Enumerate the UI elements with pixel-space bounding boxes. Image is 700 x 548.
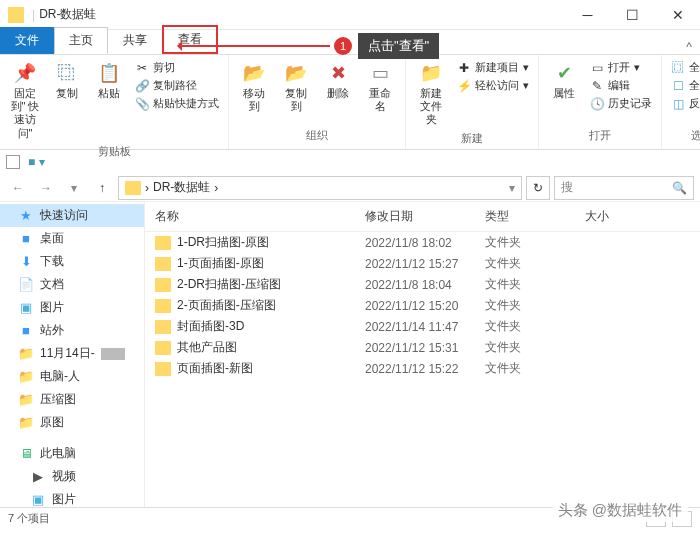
invert-button[interactable]: ◫反向选择 [668,95,700,112]
newfolder-button[interactable]: 📁新建 文件夹 [412,59,450,129]
tab-file[interactable]: 文件 [0,27,54,54]
col-type[interactable]: 类型 [485,208,585,225]
cut-button[interactable]: ✂剪切 [132,59,222,76]
sidebar-icon: ⬇ [18,254,34,270]
sidebar-item-pc[interactable]: 🖥此电脑 [0,442,144,465]
sidebar-label: 11月14日- [40,345,95,362]
file-date: 2022/11/12 15:31 [365,341,485,355]
invert-icon: ◫ [671,97,685,111]
tab-home[interactable]: 主页 [54,27,108,54]
col-date[interactable]: 修改日期 [365,208,485,225]
sidebar-item[interactable]: ▶视频 [0,465,144,488]
selectall-button[interactable]: ⿴全部选择 [668,59,700,76]
folder-icon [155,278,171,292]
sidebar-icon: ▣ [30,492,46,508]
sidebar-item[interactable]: 📁11月14日- [0,342,144,365]
minimize-button[interactable]: ─ [565,0,610,30]
table-row[interactable]: 页面插图-新图2022/11/12 15:22文件夹 [145,358,700,379]
file-date: 2022/11/14 11:47 [365,320,485,334]
cut-icon: ✂ [135,61,149,75]
recent-button[interactable]: ▾ [62,176,86,200]
moveto-button[interactable]: 📂移动到 [235,59,273,115]
sidebar-icon: 📁 [18,392,34,408]
sidebar-icon: 📁 [18,369,34,385]
sidebar-icon: 📁 [18,415,34,431]
forward-button[interactable]: → [34,176,58,200]
sidebar-item[interactable]: ★快速访问 [0,204,144,227]
breadcrumb[interactable]: › DR-数据蛙 › ▾ [118,176,522,200]
selectnone-button[interactable]: ☐全部取消 [668,77,700,94]
sidebar-item[interactable]: 📁压缩图 [0,388,144,411]
back-button[interactable]: ← [6,176,30,200]
tab-share[interactable]: 共享 [108,27,162,54]
table-row[interactable]: 2-页面插图-压缩图2022/11/12 15:20文件夹 [145,295,700,316]
table-row[interactable]: 1-DR扫描图-原图2022/11/8 18:02文件夹 [145,232,700,253]
callout-text: 点击"查看" [358,33,439,59]
file-type: 文件夹 [485,318,585,335]
paste-button[interactable]: 📋粘贴 [90,59,128,102]
history-button[interactable]: 🕓历史记录 [587,95,655,112]
file-type: 文件夹 [485,360,585,377]
sidebar-item[interactable]: ■桌面 [0,227,144,250]
sidebar-item[interactable]: ■站外 [0,319,144,342]
sidebar-item[interactable]: 📁电脑-人 [0,365,144,388]
file-type: 文件夹 [485,255,585,272]
pin-button[interactable]: 📌固定到" 快速访问" [6,59,44,142]
paste-icon: 📋 [97,61,121,85]
search-input[interactable]: 搜 🔍 [554,176,694,200]
maximize-button[interactable]: ☐ [610,0,655,30]
window-title: DR-数据蛙 [35,6,565,23]
dropdown-icon[interactable]: ▾ [509,181,515,195]
group-label: 打开 [589,126,611,145]
edit-icon: ✎ [590,79,604,93]
refresh-button[interactable]: ↻ [526,176,550,200]
close-button[interactable]: ✕ [655,0,700,30]
sidebar-label: 桌面 [40,230,64,247]
dropdown-icon[interactable]: ■ ▾ [28,155,45,169]
group-label: 剪贴板 [98,142,131,161]
sidebar-icon: ■ [18,231,34,247]
sidebar: ★快速访问■桌面⬇下载📄文档▣图片■站外📁11月14日-📁电脑-人📁压缩图📁原图… [0,202,145,507]
copypath-button[interactable]: 🔗复制路径 [132,77,222,94]
newfolder-icon: 📁 [419,61,443,85]
open-button[interactable]: ▭打开 ▾ [587,59,655,76]
col-name[interactable]: 名称 [155,208,365,225]
file-name: 2-页面插图-压缩图 [177,297,276,314]
table-row[interactable]: 封面插图-3D2022/11/14 11:47文件夹 [145,316,700,337]
col-size[interactable]: 大小 [585,208,690,225]
shortcut-button[interactable]: 📎粘贴快捷方式 [132,95,222,112]
folder-icon [155,299,171,313]
select-checkbox[interactable] [6,155,20,169]
table-row[interactable]: 其他产品图2022/11/12 15:31文件夹 [145,337,700,358]
sidebar-item[interactable]: 📄文档 [0,273,144,296]
rename-button[interactable]: ▭重命名 [361,59,399,115]
breadcrumb-seg[interactable]: DR-数据蛙 [153,179,210,196]
sidebar-label: 图片 [40,299,64,316]
sidebar-item[interactable]: ▣图片 [0,296,144,319]
props-button[interactable]: ✔属性 [545,59,583,102]
ribbon-collapse-icon[interactable]: ^ [686,40,692,54]
annotation: 1 点击"查看" [180,33,439,59]
table-row[interactable]: 1-页面插图-原图2022/11/12 15:27文件夹 [145,253,700,274]
up-button[interactable]: ↑ [90,176,114,200]
easy-icon: ⚡ [457,79,471,93]
newitem-icon: ✚ [457,61,471,75]
delete-button[interactable]: ✖删除 [319,59,357,102]
table-row[interactable]: 2-DR扫描图-压缩图2022/11/8 18:04文件夹 [145,274,700,295]
ribbon-group-clipboard: 📌固定到" 快速访问" ⿻复制 📋粘贴 ✂剪切 🔗复制路径 📎粘贴快捷方式 剪贴… [0,55,229,149]
path-icon: 🔗 [135,79,149,93]
easyaccess-button[interactable]: ⚡轻松访问 ▾ [454,77,532,94]
column-headers: 名称 修改日期 类型 大小 [145,202,700,232]
chevron-icon: › [145,181,149,195]
sidebar-label: 下载 [40,253,64,270]
sidebar-item[interactable]: ⬇下载 [0,250,144,273]
copy-button[interactable]: ⿻复制 [48,59,86,102]
copyto-button[interactable]: 📂复制到 [277,59,315,115]
newitem-button[interactable]: ✚新建项目 ▾ [454,59,532,76]
folder-icon [125,181,141,195]
sidebar-item[interactable]: ▣图片 [0,488,144,507]
step-badge: 1 [334,37,352,55]
sidebar-icon: ★ [18,208,34,224]
sidebar-item[interactable]: 📁原图 [0,411,144,434]
edit-button[interactable]: ✎编辑 [587,77,655,94]
